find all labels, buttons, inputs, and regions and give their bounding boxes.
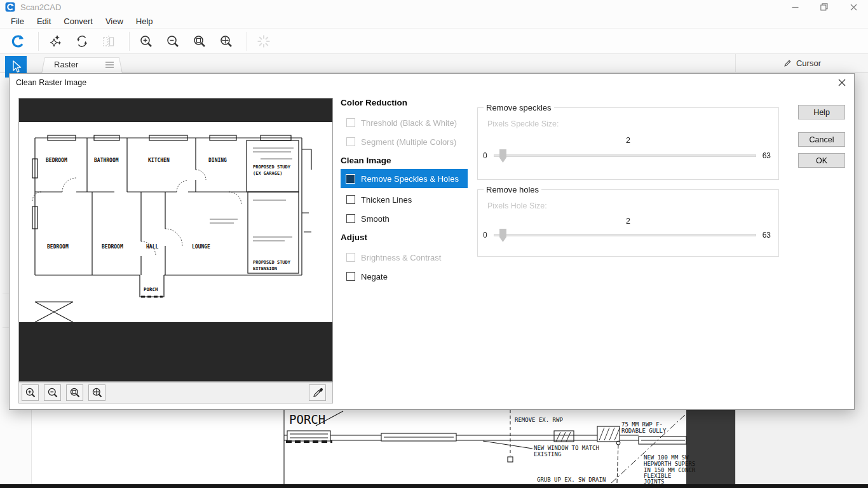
- clean-image-button[interactable]: [44, 31, 67, 51]
- tab-strip: Raster Cursor: [0, 53, 868, 73]
- menu-item-edit[interactable]: Edit: [31, 15, 57, 27]
- option-remove-speckles-holes-label: Remove Speckles & Holes: [361, 174, 459, 184]
- canvas-annotation: 75 MM RWP F-: [621, 421, 663, 428]
- checkbox-brightness-contrast: [346, 253, 355, 262]
- canvas-annotation: GRUB UP EX. SW DRAIN: [537, 477, 606, 483]
- room-label: HALL: [146, 244, 158, 250]
- checkbox-negate[interactable]: [346, 272, 355, 281]
- room-label: DINING: [208, 158, 227, 163]
- zoom-extents-icon: [219, 34, 233, 48]
- section-color-reduction: Color Reduction: [341, 98, 407, 107]
- room-label: PORCH: [144, 287, 158, 292]
- option-smooth-label: Smooth: [361, 214, 390, 224]
- preview-zoom-in-button[interactable]: [22, 384, 39, 401]
- slider-max-label: 63: [763, 231, 771, 240]
- remove-holes-group: Remove holes Pixels Hole Size: 2 0 63: [477, 189, 779, 257]
- canvas-annotation: REMOVE EX. RWP: [515, 417, 563, 423]
- canvas-annotation: NEW 100 MM SW: [644, 454, 689, 461]
- remove-holes-group-title: Remove holes: [484, 185, 541, 194]
- speckle-size-slider[interactable]: [494, 154, 756, 157]
- tab-menu-icon[interactable]: [105, 62, 114, 68]
- cursor-mode-indicator: Cursor: [783, 58, 821, 68]
- cursor-arrow-icon: [10, 60, 22, 74]
- remove-speckles-group: Remove speckles Pixels Speckle Size: 2 0…: [477, 107, 779, 180]
- cancel-button[interactable]: Cancel: [798, 132, 845, 147]
- menu-item-help[interactable]: Help: [130, 15, 159, 27]
- hole-size-label: Pixels Hole Size:: [487, 201, 547, 210]
- option-negate-label: Negate: [361, 272, 388, 281]
- zoom-in-icon: [25, 387, 36, 398]
- slider-thumb[interactable]: [499, 149, 506, 163]
- toolbar-separator: [129, 32, 130, 51]
- checkbox-remove-speckles-holes[interactable]: [346, 174, 355, 184]
- option-segment-label: Segment (Multiple Colors): [361, 137, 456, 147]
- canvas-bottom-edge: [0, 484, 868, 488]
- option-thicken-lines[interactable]: Thicken Lines: [341, 193, 412, 207]
- rotate-button[interactable]: [71, 31, 93, 51]
- pencil-icon: [783, 58, 792, 68]
- slider-max-label: 63: [763, 151, 771, 160]
- mirror-flip-button[interactable]: [97, 31, 120, 51]
- dialog-title: Clean Raster Image: [16, 78, 86, 87]
- hole-size-slider[interactable]: [494, 234, 756, 236]
- hole-size-slider-row: 0 63: [483, 231, 771, 240]
- canvas-annotation: RODABLE GULLY: [621, 428, 667, 434]
- hole-size-value: 2: [478, 217, 778, 226]
- zoom-region-button[interactable]: [188, 31, 211, 51]
- restore-button[interactable]: [810, 0, 839, 14]
- room-label: BEDROOM: [102, 244, 123, 250]
- menu-item-file[interactable]: File: [4, 15, 31, 27]
- menu-item-convert[interactable]: Convert: [57, 15, 99, 27]
- zoom-in-icon: [139, 34, 153, 48]
- ok-button[interactable]: OK: [798, 153, 845, 168]
- speckle-size-slider-row: 0 63: [483, 151, 771, 160]
- option-thicken-lines-label: Thicken Lines: [361, 195, 412, 205]
- tab-raster[interactable]: Raster: [41, 56, 123, 74]
- raster-preview[interactable]: BEDROOM BATHROOM KITCHEN DINING PROPOSED…: [18, 98, 333, 382]
- option-segment: Segment (Multiple Colors): [341, 135, 456, 149]
- preview-zoom-extents-button[interactable]: [88, 384, 105, 401]
- main-toolbar: [0, 28, 868, 53]
- dialog-close-button[interactable]: [834, 76, 850, 89]
- option-smooth[interactable]: Smooth: [341, 212, 390, 226]
- option-negate[interactable]: Negate: [341, 269, 388, 283]
- app-logo-icon: [10, 34, 25, 49]
- minimize-button[interactable]: [780, 0, 810, 14]
- dialog-title-bar[interactable]: Clean Raster Image: [10, 74, 854, 91]
- section-clean-image: Clean Image: [341, 156, 391, 165]
- close-button[interactable]: [839, 0, 868, 14]
- canvas-annotation: HEPWORTH SUPERS: [644, 461, 695, 467]
- restore-icon: [820, 3, 828, 11]
- zoom-region-icon: [193, 34, 207, 48]
- busy-spinner: [252, 31, 275, 51]
- canvas-annotation: EXISTING: [534, 451, 561, 458]
- eyedropper-icon: [312, 387, 323, 398]
- checkbox-thicken-lines[interactable]: [346, 195, 355, 204]
- window-title: Scan2CAD: [20, 3, 61, 12]
- checkbox-smooth[interactable]: [346, 214, 355, 223]
- rotate-icon: [75, 34, 89, 48]
- toolbar-separator: [38, 32, 39, 51]
- zoom-region-icon: [69, 387, 81, 398]
- preview-zoom-region-button[interactable]: [66, 384, 83, 401]
- cursor-mode-label: Cursor: [796, 58, 821, 68]
- busy-spinner-icon: [256, 34, 271, 49]
- remove-speckles-group-title: Remove speckles: [484, 103, 554, 112]
- room-label: BEDROOM: [47, 244, 69, 250]
- option-remove-speckles-holes[interactable]: Remove Speckles & Holes: [341, 169, 468, 188]
- zoom-out-button[interactable]: [161, 31, 184, 51]
- zoom-out-icon: [166, 34, 180, 48]
- option-threshold-label: Threshold (Black & White): [361, 118, 457, 128]
- menu-item-view[interactable]: View: [99, 15, 130, 27]
- clean-options-panel: Color Reduction Threshold (Black & White…: [341, 98, 471, 365]
- zoom-extents-button[interactable]: [215, 31, 238, 51]
- app-home-button[interactable]: [6, 31, 29, 51]
- slider-thumb[interactable]: [499, 229, 506, 242]
- preview-zoom-out-button[interactable]: [44, 384, 61, 401]
- section-adjust: Adjust: [341, 233, 367, 242]
- preview-eyedropper-button[interactable]: [309, 384, 326, 401]
- room-label: KITCHEN: [148, 158, 170, 163]
- zoom-in-button[interactable]: [135, 31, 158, 51]
- tab-raster-label: Raster: [54, 60, 78, 69]
- help-button[interactable]: Help: [798, 105, 845, 119]
